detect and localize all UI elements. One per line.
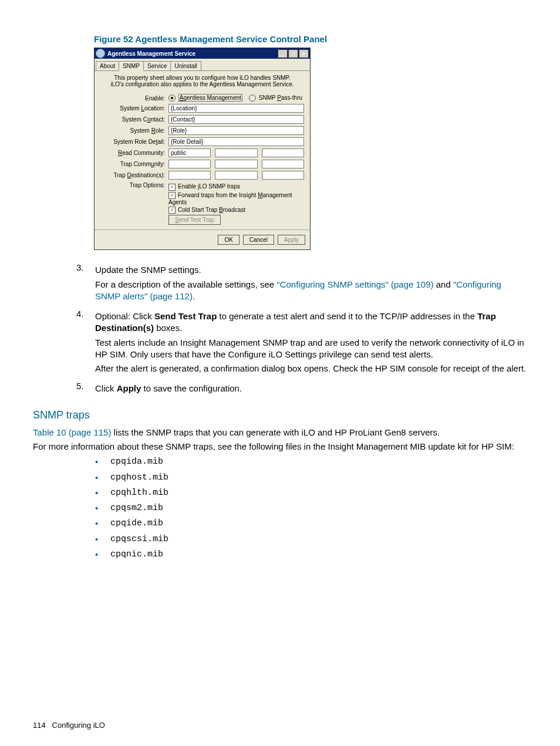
location-input[interactable]: [168, 104, 304, 113]
role-detail-label: System Role Detail:: [100, 139, 168, 145]
dialog-footer: OK Cancel Apply: [95, 229, 310, 249]
hp-icon: [96, 49, 105, 58]
minimize-icon[interactable]: _: [278, 49, 288, 58]
section-p2: For more information about these SNMP tr…: [33, 441, 527, 453]
chk-enable-traps-label: Enable iLO SNMP traps: [178, 183, 240, 190]
read-community-label: Read Community:: [100, 150, 168, 156]
step-5-p1: Click Apply to save the configuration.: [95, 383, 527, 394]
trap-options-label: Trap Options:: [100, 182, 168, 226]
role-label: System Role:: [100, 127, 168, 134]
ams-dialog: Agentless Management Service _ □ × About…: [94, 48, 311, 250]
chk-enable-traps[interactable]: [168, 184, 176, 191]
tab-strip: About SNMP Service Uninstall: [95, 59, 310, 71]
read-community-input-2[interactable]: [215, 148, 257, 157]
apply-button[interactable]: Apply: [278, 235, 305, 245]
mib-item: cpqhlth.mib: [95, 487, 527, 499]
tab-service[interactable]: Service: [143, 61, 171, 70]
step-4-p3: After the alert is generated, a confirma…: [95, 363, 527, 374]
page-number: 114: [33, 721, 46, 730]
tab-about[interactable]: About: [96, 61, 119, 70]
trap-community-label: Trap Community:: [100, 161, 168, 167]
link-table-10[interactable]: Table 10 (page 115): [33, 427, 111, 437]
step-5: 5. Click Apply to save the configuration…: [76, 380, 527, 397]
step-3-num: 3.: [76, 262, 95, 305]
step-4-p2: Test alerts include an Insight Managemen…: [95, 337, 527, 361]
step-3: 3. Update the SNMP settings. For a descr…: [76, 262, 527, 305]
tab-uninstall[interactable]: Uninstall: [170, 61, 201, 70]
mib-item: cpqscsi.mib: [95, 534, 527, 545]
read-community-input-3[interactable]: [262, 148, 304, 157]
enable-row: Enable: Agentless Management SNMP Pass-t…: [100, 94, 304, 102]
radio-agentless-label: Agentless Management: [178, 94, 242, 102]
dialog-desc1: This property sheet allows you to config…: [100, 75, 304, 81]
step-3-line2: For a description of the available setti…: [95, 279, 527, 303]
location-label: System Location:: [100, 105, 168, 112]
trap-dest-label: Trap Destination(s):: [100, 172, 168, 178]
chk-coldstart[interactable]: [168, 207, 176, 214]
contact-input[interactable]: [168, 115, 304, 124]
mib-item: cpqsm2.mib: [95, 502, 527, 514]
trap-community-input-2[interactable]: [215, 160, 257, 168]
dialog-body: This property sheet allows you to config…: [95, 71, 310, 229]
dialog-desc2: iLO's configuration also applies to the …: [100, 81, 304, 87]
role-detail-input[interactable]: [168, 137, 304, 146]
step-3-line1: Update the SNMP settings.: [95, 264, 527, 276]
trap-dest-input-3[interactable]: [262, 171, 304, 180]
section-p1: Table 10 (page 115) lists the SNMP traps…: [33, 427, 527, 438]
dialog-title: Agentless Management Service: [107, 50, 195, 57]
step-4: 4. Optional: Click Send Test Trap to gen…: [76, 308, 527, 377]
trap-dest-input-2[interactable]: [215, 171, 257, 180]
chk-forward[interactable]: [168, 192, 176, 199]
dialog-titlebar: Agentless Management Service _ □ ×: [95, 48, 310, 59]
role-input[interactable]: [168, 126, 304, 135]
step-5-num: 5.: [76, 380, 95, 397]
tab-snmp[interactable]: SNMP: [119, 61, 144, 71]
step-4-num: 4.: [76, 308, 95, 377]
mib-item: cpqida.mib: [95, 456, 527, 468]
trap-community-input-3[interactable]: [262, 160, 304, 168]
chk-forward-label: Forward traps from the Insight Managemen…: [168, 192, 292, 205]
trap-dest-input-1[interactable]: [168, 171, 211, 180]
enable-label: Enable:: [100, 95, 168, 102]
mib-item: cpqhost.mib: [95, 472, 527, 484]
mib-item: cpqnic.mib: [95, 549, 527, 561]
step-4-p1: Optional: Click Send Test Trap to genera…: [95, 310, 527, 335]
section-title-snmp-traps: SNMP traps: [33, 408, 527, 422]
close-icon[interactable]: ×: [299, 49, 309, 58]
footer-label: Configuring iLO: [52, 721, 105, 730]
trap-community-input-1[interactable]: [168, 160, 211, 168]
send-test-trap-button[interactable]: Send Test Trap: [168, 215, 221, 225]
ok-button[interactable]: OK: [218, 235, 239, 245]
maximize-icon[interactable]: □: [288, 49, 298, 58]
figure-caption: Figure 52 Agentless Management Service C…: [94, 34, 527, 44]
chk-coldstart-label: Cold Start Trap Broadcast: [178, 207, 245, 213]
radio-agentless[interactable]: [168, 94, 176, 102]
link-snmp-settings[interactable]: "Configuring SNMP settings" (page 109): [276, 279, 433, 289]
page-footer: 114 Configuring iLO: [33, 721, 105, 730]
radio-passthru-label: SNMP Pass-thru: [259, 94, 302, 101]
cancel-button[interactable]: Cancel: [243, 235, 274, 245]
mib-list: cpqida.mib cpqhost.mib cpqhlth.mib cpqsm…: [95, 456, 527, 561]
mib-item: cpqide.mib: [95, 518, 527, 529]
radio-passthru[interactable]: [249, 94, 256, 102]
read-community-input-1[interactable]: [168, 148, 211, 157]
contact-label: System Contact:: [100, 116, 168, 123]
